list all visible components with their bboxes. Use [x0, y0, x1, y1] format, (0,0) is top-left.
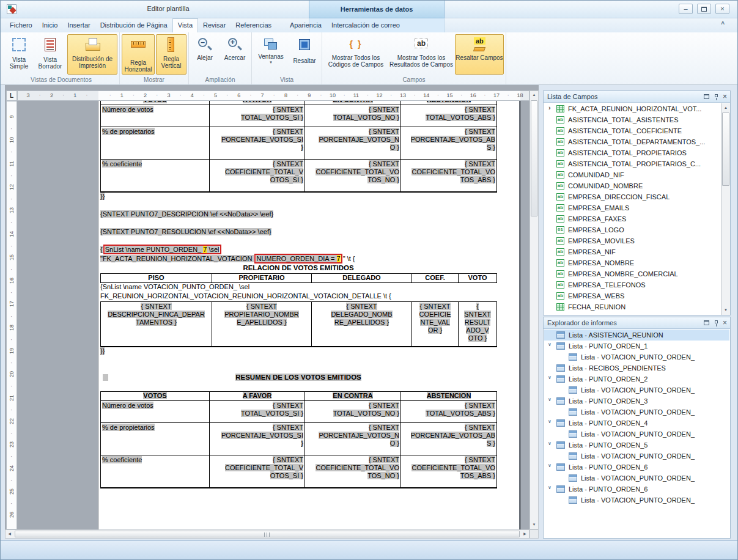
report-list-item[interactable]: Lista - VOTACION_PUNTO_ORDEN_ [544, 451, 729, 462]
field-list-item[interactable]: abEMPRESA_TELEFONOS [544, 279, 729, 290]
close-icon[interactable]: × [723, 93, 727, 100]
field-list-item[interactable]: abEMPRESA_NOMBRE_COMERCIAL [544, 268, 729, 279]
field-list-item[interactable]: abASISTENCIA_TOTAL_DEPARTAMENTOS_... [544, 136, 729, 147]
scroll-down-arrow[interactable]: ▼ [721, 306, 730, 314]
tab-referencias[interactable]: Referencias [231, 18, 276, 32]
chevron-down-icon[interactable]: ∨ [548, 463, 552, 468]
ruler-number: 23 [9, 440, 15, 449]
report-list-item[interactable]: ∨Lista - PUNTO_ORDEN_1 [544, 341, 729, 352]
report-list-item[interactable]: ∨Lista - PUNTO_ORDEN_6 [544, 462, 729, 473]
report-list-item[interactable]: Lista - VOTACION_PUNTO_ORDEN_ [544, 352, 729, 363]
vertical-ruler[interactable]: 910·11·12·13·14·15·16·17·18·19·20·21·22·… [6, 101, 17, 529]
v-ruler-button[interactable]: Regla Vertical [156, 34, 186, 75]
report-list-item[interactable]: Lista - VOTACION_PUNTO_ORDEN_ [544, 429, 729, 440]
report-list-item[interactable]: Lista - ASISTENCIA_REUNION [544, 330, 729, 341]
tab-distribucion-de-pagina[interactable]: Distribución de Página [95, 18, 172, 32]
report-list-item[interactable]: ∨Lista - PUNTO_ORDEN_3 [544, 396, 729, 407]
simple-view-button[interactable]: Vista Simple [5, 34, 33, 75]
scroll-up-arrow[interactable]: ▲ [530, 91, 538, 99]
h-ruler-button[interactable]: Regla Horizontal [122, 34, 155, 75]
tab-insertar[interactable]: Insertar [62, 18, 95, 32]
document-page[interactable]: VOTOSA FAVOREN CONTRAABSTENCIONNúmero de… [98, 101, 520, 529]
ruler-number: 15 [9, 252, 15, 262]
chevron-down-icon[interactable]: ∨ [548, 397, 552, 402]
field-list-item[interactable]: FECHA_REUNION [544, 301, 729, 312]
field-label: EMPRESA_FAXES [568, 215, 626, 223]
report-list-item[interactable]: Lista - RECIBOS_PENDIENTES [544, 363, 729, 374]
chevron-down-icon[interactable]: ∨ [548, 485, 552, 490]
report-list-item[interactable]: ∨Lista - PUNTO_ORDEN_2 [544, 374, 729, 385]
chevron-down-icon[interactable]: ∨ [548, 375, 552, 380]
table-header-cell: PROPIETARIO [212, 273, 312, 282]
float-panel-icon[interactable] [704, 94, 709, 99]
tab-fichero[interactable]: Fichero [5, 18, 37, 32]
report-list-item[interactable]: ∨Lista - PUNTO_ORDEN_5 [544, 440, 729, 451]
ruler-number: 13 [9, 205, 15, 215]
chevron-down-icon[interactable]: ∨ [548, 441, 552, 446]
close-button[interactable]: × [715, 4, 729, 14]
field-list-item[interactable]: abCOMUNIDAD_NOMBRE [544, 180, 729, 191]
tab-intercalacion-de-correo[interactable]: Intercalación de correo [327, 18, 405, 32]
field-list-item[interactable]: abEMPRESA_EMAILS [544, 202, 729, 213]
tab-inicio[interactable]: Inicio [37, 18, 63, 32]
pin-icon[interactable] [715, 94, 718, 97]
windows-button[interactable]: Ventanas▾ [254, 34, 288, 75]
field-list-item[interactable]: abEMPRESA_FAXES [544, 213, 729, 224]
field-list-item[interactable]: abEMPRESA_DIRECCION_FISCAL [544, 191, 729, 202]
ribbon-collapse-icon[interactable]: ^ [721, 21, 725, 28]
zoom-out-button[interactable]: –Alejar [191, 34, 219, 75]
field-list-item[interactable]: abEMPRESA_MOVILES [544, 235, 729, 246]
scroll-right-arrow[interactable]: ▶ [521, 530, 529, 538]
field-list-item[interactable]: 01EMPRESA_LOGO [544, 224, 729, 235]
horizontal-scrollbar-thumb[interactable] [15, 531, 520, 537]
scrollbar-thumb[interactable] [722, 112, 729, 186]
report-list-item[interactable]: Lista - VOTACION_PUNTO_ORDEN_ [544, 385, 729, 396]
expander-icon[interactable]: › [548, 104, 551, 111]
draft-view-button[interactable]: Vista Borrador [34, 34, 66, 75]
chevron-down-icon[interactable]: ∨ [548, 419, 552, 424]
report-list-item[interactable]: Lista - VOTACION_PUNTO_ORDEN_ [544, 495, 729, 506]
maximize-button[interactable] [697, 4, 711, 14]
report-list-item[interactable]: ∨Lista - PUNTO_ORDEN_6 [544, 484, 729, 495]
vertical-scrollbar[interactable]: ▲ ▼ [530, 90, 539, 529]
scroll-left-arrow[interactable]: ◀ [6, 530, 13, 538]
horizontal-ruler[interactable]: 1·2·3·4·5·6·7·8·9·10·11·12·13·14·15·16·1… [17, 90, 530, 101]
report-list-item[interactable]: Lista - VOTACION_PUNTO_ORDEN_ [544, 407, 729, 418]
minimize-button[interactable]: – [679, 4, 693, 14]
field-results-button[interactable]: abMostrar Todos los Resultados de Campos [389, 34, 454, 75]
field-codes-button[interactable]: { }Mostrar Todos los Códigos de Campos [324, 34, 388, 75]
field-list-item[interactable]: abCOMUNIDAD_NIF [544, 169, 729, 180]
scroll-down-arrow[interactable]: ▼ [530, 521, 538, 529]
highlight-button[interactable]: Resaltar [289, 34, 320, 75]
field-list-item[interactable]: abASISTENCIA_TOTAL_PROPIETARIOS [544, 147, 729, 158]
tab-stop-selector[interactable]: L [6, 90, 17, 101]
zoom-in-button[interactable]: +Acercar [220, 34, 249, 75]
field-list-item[interactable]: ›FK_ACTA_REUNION_HORIZONTAL_VOT... [544, 103, 729, 114]
print-layout-button[interactable]: Distribución de Impresión [67, 34, 117, 75]
tab-vista[interactable]: Vista [172, 18, 198, 32]
ruler-tick: · [133, 92, 135, 98]
ruler-tick: · [343, 92, 345, 98]
field-list-item[interactable]: abEMPRESA_WEBS [544, 290, 729, 301]
scroll-up-arrow[interactable]: ▲ [721, 104, 730, 112]
tab-apariencia[interactable]: Apariencia [285, 18, 327, 32]
highlight-fields-button[interactable]: abResaltar Campos [455, 34, 504, 75]
list-icon [556, 331, 565, 339]
vertical-scrollbar-thumb[interactable] [531, 100, 537, 216]
field-list-item[interactable]: abASISTENCIA_TOTAL_PROPIETARIOS_C... [544, 158, 729, 169]
field-list-item[interactable]: abASISTENCIA_TOTAL_ASISTENTES [544, 114, 729, 125]
field-list-scrollbar[interactable]: ▲ ▼ [721, 103, 730, 315]
ruler-tick: · [484, 92, 485, 98]
report-list-item[interactable]: Lista - VOTACION_PUNTO_ORDEN_ [544, 473, 729, 484]
field-list-item[interactable]: abASISTENCIA_TOTAL_COEFICIENTE [544, 125, 729, 136]
field-list-item[interactable]: abEMPRESA_NIF [544, 246, 729, 257]
chevron-down-icon[interactable]: ∨ [548, 342, 552, 347]
float-panel-icon[interactable] [704, 320, 709, 325]
tab-revisar[interactable]: Revisar [198, 18, 231, 32]
title-bar[interactable]: Editor plantilla Herramientas de datos –… [0, 0, 738, 18]
report-list-item[interactable]: ∨Lista - PUNTO_ORDEN_4 [544, 418, 729, 429]
pin-icon[interactable] [715, 320, 718, 323]
horizontal-scrollbar[interactable]: ◀ ▶ [5, 529, 530, 539]
close-icon[interactable]: × [723, 319, 727, 326]
field-list-item[interactable]: abEMPRESA_NOMBRE [544, 257, 729, 268]
